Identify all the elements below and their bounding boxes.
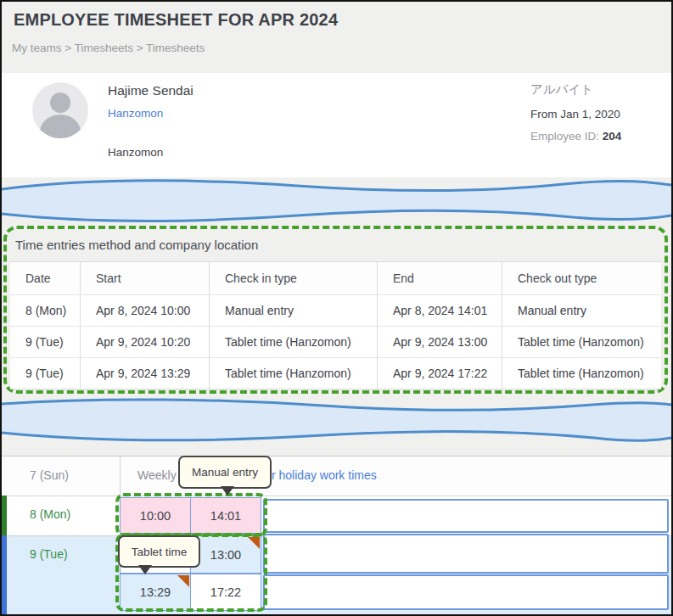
tuesday-empty-cell-1[interactable] bbox=[263, 534, 669, 574]
tooltip-arrow-icon bbox=[221, 486, 234, 496]
tuesday-entry2-end-cell[interactable]: 17:22 bbox=[190, 574, 261, 611]
time-entries-annotation-box: Time entries method and company location… bbox=[3, 226, 668, 394]
employee-id-label: Employee ID: bbox=[530, 130, 603, 143]
col-header-checkin: Check in type bbox=[209, 262, 377, 294]
time-entries-table: Date Start Check in type End Check out t… bbox=[10, 261, 661, 389]
col-header-checkout: Check out type bbox=[502, 262, 661, 294]
time-entries-heading: Time entries method and company location bbox=[15, 238, 258, 252]
day-label-monday: 8 (Mon) bbox=[30, 507, 70, 521]
breadcrumb[interactable]: My teams > Timesheets > Timesheets bbox=[12, 42, 205, 54]
employee-location-text: Hanzomon bbox=[108, 146, 163, 159]
cell-end: Apr 9, 2024 13:00 bbox=[377, 327, 502, 357]
col-header-start: Start bbox=[80, 262, 209, 294]
employee-id: Employee ID: 204 bbox=[530, 130, 621, 143]
employee-name: Hajime Sendai bbox=[108, 83, 193, 98]
collapsed-section-wave-top bbox=[2, 174, 671, 227]
tuesday-entry2-start-value: 13:29 bbox=[140, 585, 171, 599]
day-label-sunday: 7 (Sun) bbox=[30, 468, 69, 482]
cell-checkout-type: Tablet time (Hanzomon) bbox=[502, 327, 661, 357]
avatar bbox=[32, 82, 88, 138]
cell-end: Apr 8, 2024 14:01 bbox=[377, 295, 502, 326]
tablet-time-corner-marker-icon bbox=[177, 575, 189, 587]
monday-start-cell[interactable]: 10:00 bbox=[120, 497, 191, 534]
cell-end: Apr 9, 2024 17:22 bbox=[377, 358, 502, 389]
table-header-row: Date Start Check in type End Check out t… bbox=[10, 262, 661, 294]
cell-start: Apr 9, 2024 13:29 bbox=[80, 358, 209, 389]
monday-end-cell[interactable]: 14:01 bbox=[190, 497, 261, 534]
employee-card: Hajime Sendai Hanzomon Hanzomon アルバイト Fr… bbox=[2, 73, 671, 177]
avatar-head-shape bbox=[50, 92, 70, 113]
cell-checkout-type: Tablet time (Hanzomon) bbox=[502, 358, 661, 389]
manual-entry-tooltip: Manual entry bbox=[178, 456, 272, 489]
page-title: EMPLOYEE TIMESHEET FOR APR 2024 bbox=[14, 10, 338, 30]
cell-start: Apr 9, 2024 10:20 bbox=[80, 327, 209, 357]
tuesday-status-stripe bbox=[2, 535, 7, 615]
table-row: 9 (Tue) Apr 9, 2024 10:20 Tablet time (H… bbox=[10, 326, 661, 357]
employee-id-value: 204 bbox=[603, 130, 622, 143]
tablet-time-tooltip: Tablet time bbox=[118, 535, 200, 568]
weekly-rest-day-text: Weekly bbox=[137, 468, 177, 482]
tuesday-entry1-end-cell[interactable]: 13:00 bbox=[190, 535, 261, 574]
cell-date: 8 (Mon) bbox=[10, 295, 80, 326]
timesheet-page: EMPLOYEE TIMESHEET FOR APR 2024 My teams… bbox=[0, 0, 673, 616]
monday-empty-cell[interactable] bbox=[263, 499, 669, 533]
monday-status-stripe bbox=[2, 496, 7, 535]
tablet-time-corner-marker-icon bbox=[248, 537, 260, 549]
cell-checkin-type: Manual entry bbox=[209, 295, 377, 326]
cell-checkin-type: Tablet time (Hanzomon) bbox=[209, 327, 377, 357]
tuesday-entry2-start-cell[interactable]: 13:29 bbox=[120, 574, 191, 611]
cell-checkin-type: Tablet time (Hanzomon) bbox=[209, 358, 377, 389]
tablet-time-tooltip-text: Tablet time bbox=[132, 546, 187, 558]
col-header-end: End bbox=[377, 262, 502, 294]
tuesday-empty-cell-2[interactable] bbox=[263, 574, 669, 610]
cell-date: 9 (Tue) bbox=[10, 358, 80, 389]
col-header-date: Date bbox=[10, 262, 80, 294]
manual-entry-tooltip-text: Manual entry bbox=[192, 466, 258, 479]
employee-location-link[interactable]: Hanzomon bbox=[108, 107, 163, 120]
day-label-tuesday: 9 (Tue) bbox=[30, 547, 68, 561]
employee-role: アルバイト bbox=[530, 81, 593, 98]
avatar-body-shape bbox=[40, 115, 81, 138]
holiday-work-times-link[interactable]: r holiday work times bbox=[272, 468, 377, 482]
weekly-calendar: 7 (Sun) 8 (Mon) 9 (Tue) Weekly r holiday… bbox=[2, 456, 671, 615]
tuesday-entry1-end-value: 13:00 bbox=[210, 548, 241, 562]
table-row: 9 (Tue) Apr 9, 2024 13:29 Tablet time (H… bbox=[10, 357, 661, 389]
table-row: 8 (Mon) Apr 8, 2024 10:00 Manual entry A… bbox=[10, 294, 661, 326]
cell-start: Apr 8, 2024 10:00 bbox=[80, 295, 209, 326]
employee-from-date: From Jan 1, 2020 bbox=[530, 108, 620, 120]
collapsed-section-wave-bottom bbox=[2, 394, 671, 446]
tooltip-arrow-icon bbox=[138, 565, 152, 574]
cell-checkout-type: Manual entry bbox=[502, 295, 661, 326]
cell-date: 9 (Tue) bbox=[10, 327, 80, 357]
